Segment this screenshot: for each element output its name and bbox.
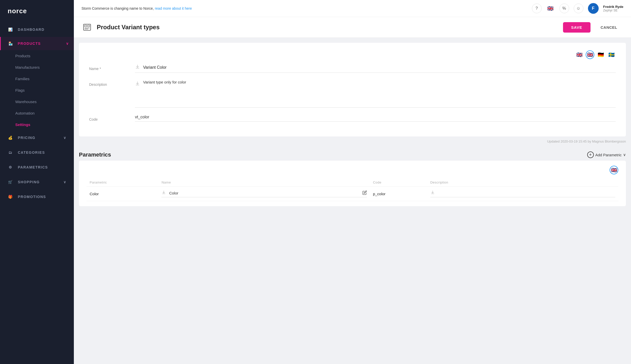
page-actions: SAVE CANCEL xyxy=(563,22,623,33)
cell-description xyxy=(427,187,618,201)
page-header: Product Variant types SAVE CANCEL xyxy=(74,17,631,38)
categories-icon: 🗂 xyxy=(8,150,13,155)
promotions-icon: 🎁 xyxy=(8,194,13,200)
col-name: Name xyxy=(158,178,370,187)
main-content: Storm Commerce is changing name to Norce… xyxy=(74,0,631,364)
flag-gb[interactable]: 🇬🇧 xyxy=(546,4,555,13)
sidebar-item-dashboard[interactable]: 📊 DASHBOARD xyxy=(0,22,74,37)
import-icon-param xyxy=(161,190,167,196)
logo: norce xyxy=(0,0,74,22)
chevron-down-icon: ∨ xyxy=(63,136,66,140)
sidebar-item-automation[interactable]: Automation xyxy=(0,107,74,119)
products-submenu: Products Manufacturers Families Flags Wa… xyxy=(0,50,74,130)
flag-option-3[interactable]: 🇩🇪 xyxy=(596,50,605,59)
sidebar-item-shopping[interactable]: 🛒 SHOPPING ∨ xyxy=(0,175,74,189)
chevron-down-icon: ∨ xyxy=(66,41,69,46)
sidebar-item-flags[interactable]: Flags xyxy=(0,85,74,96)
flag-option-1[interactable]: 🇬🇧 xyxy=(575,50,584,59)
description-label: Description xyxy=(89,80,130,87)
sidebar-item-label: CATEGORIES xyxy=(18,150,45,155)
code-input-wrap xyxy=(135,115,616,122)
sidebar-item-label: SHOPPING xyxy=(18,180,40,184)
description-field-row: Description Variant type only for color xyxy=(89,80,616,108)
flag-option-2[interactable]: 🇬🇧 xyxy=(586,50,594,59)
avatar[interactable]: F xyxy=(588,3,599,14)
sidebar-item-label: PRICING xyxy=(18,136,35,140)
table-row: Color xyxy=(87,187,618,201)
col-code: Code xyxy=(370,178,427,187)
col-description: Description xyxy=(427,178,618,187)
sidebar-item-categories[interactable]: 🗂 CATEGORIES xyxy=(0,145,74,160)
user-name: Fredrik Ryde xyxy=(603,5,623,9)
param-desc-input[interactable] xyxy=(438,191,615,195)
parametrics-title: Parametrics xyxy=(79,151,111,158)
chevron-down-icon: ∨ xyxy=(623,152,626,157)
name-input[interactable] xyxy=(143,65,616,70)
cancel-button[interactable]: CANCEL xyxy=(595,22,624,33)
chevron-down-icon: ∨ xyxy=(63,180,66,184)
parametrics-lang-row: 🇬🇧 xyxy=(87,166,618,174)
dashboard-icon: 📊 xyxy=(8,27,13,32)
code-label: Code xyxy=(89,115,130,121)
sidebar-item-pricing[interactable]: 💰 PRICING ∨ xyxy=(0,130,74,145)
svg-rect-2 xyxy=(88,25,90,27)
sidebar-item-promotions[interactable]: 🎁 PROMOTIONS xyxy=(0,189,74,204)
page-title: Product Variant types xyxy=(97,24,160,31)
cell-name xyxy=(158,187,370,201)
sidebar-item-settings[interactable]: Settings xyxy=(0,119,74,130)
import-icon xyxy=(135,64,141,71)
add-parametric-label: Add Parametric xyxy=(595,153,622,157)
cell-code: p_color xyxy=(370,187,427,201)
pricing-icon: 💰 xyxy=(8,135,13,141)
sidebar: norce 📊 DASHBOARD 🏪 PRODUCTS ∨ Products … xyxy=(0,0,74,364)
sidebar-item-families[interactable]: Families xyxy=(0,73,74,85)
svg-rect-1 xyxy=(85,25,87,27)
cell-parametric: Color xyxy=(87,187,158,201)
edit-icon[interactable] xyxy=(362,190,367,196)
import-icon-desc-param xyxy=(430,190,436,196)
param-name-input[interactable] xyxy=(169,191,360,195)
sidebar-item-label: PRODUCTS xyxy=(18,41,41,46)
percent-button[interactable]: % xyxy=(559,4,569,13)
page-icon xyxy=(81,22,93,33)
banner-message: Storm Commerce is changing name to Norce… xyxy=(81,6,192,10)
parametrics-card: 🇬🇧 Parametric Name Code Description Colo… xyxy=(79,161,626,206)
user-company: Zephyr SE xyxy=(603,9,623,12)
sidebar-item-manufacturers[interactable]: Manufacturers xyxy=(0,62,74,73)
banner-link[interactable]: read more about it here xyxy=(155,6,192,10)
sidebar-item-products-sub[interactable]: Products xyxy=(0,50,74,62)
sidebar-item-parametrics[interactable]: ⚙ PARAMETRICS xyxy=(0,160,74,175)
parametrics-header: Parametrics + Add Parametric ∨ xyxy=(74,146,631,161)
sidebar-item-label: DASHBOARD xyxy=(18,27,45,32)
add-icon: + xyxy=(587,151,594,158)
products-icon: 🏪 xyxy=(8,41,13,46)
form-card: 🇬🇧 🇬🇧 🇩🇪 🇸🇪 Name * xyxy=(79,43,626,136)
import-icon-desc xyxy=(135,81,141,87)
save-button[interactable]: SAVE xyxy=(563,22,591,33)
sidebar-item-label: PARAMETRICS xyxy=(18,165,48,169)
logo-text: norce xyxy=(8,7,27,15)
code-input[interactable] xyxy=(135,115,616,119)
name-label: Name * xyxy=(89,64,130,71)
sidebar-item-warehouses[interactable]: Warehouses xyxy=(0,96,74,107)
col-parametric: Parametric xyxy=(87,178,158,187)
flag-option-4[interactable]: 🇸🇪 xyxy=(607,50,616,59)
lang-flags: 🇬🇧 🇬🇧 🇩🇪 🇸🇪 xyxy=(89,50,616,59)
param-flag-gb[interactable]: 🇬🇧 xyxy=(610,166,618,174)
help-button[interactable]: ? xyxy=(532,4,542,13)
add-parametric-button[interactable]: + Add Parametric ∨ xyxy=(587,151,626,158)
sidebar-item-products[interactable]: 🏪 PRODUCTS ∨ xyxy=(0,37,74,50)
parametrics-icon: ⚙ xyxy=(8,164,13,170)
content-area: 🇬🇧 🇬🇧 🇩🇪 🇸🇪 Name * xyxy=(74,38,631,364)
description-input-wrap: Variant type only for color xyxy=(135,80,616,108)
sidebar-item-label: PROMOTIONS xyxy=(18,195,46,199)
top-banner: Storm Commerce is changing name to Norce… xyxy=(74,0,631,17)
name-field-row: Name * xyxy=(89,64,616,73)
top-banner-right: ? 🇬🇧 % ☺ F Fredrik Ryde Zephyr SE xyxy=(532,3,623,14)
name-input-wrap xyxy=(135,64,616,73)
description-input[interactable]: Variant type only for color xyxy=(143,80,616,105)
smile-button[interactable]: ☺ xyxy=(574,4,583,13)
parametrics-table: Parametric Name Code Description Color xyxy=(87,178,618,201)
code-field-row: Code xyxy=(89,115,616,122)
shopping-icon: 🛒 xyxy=(8,179,13,185)
